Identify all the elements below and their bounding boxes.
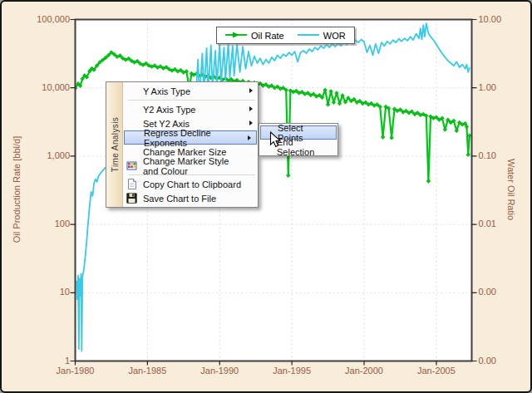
menu-item-label: Save Chart to File — [143, 194, 216, 204]
legend-item-wor: WOR — [298, 31, 346, 41]
submenu-arrow-icon — [248, 135, 251, 140]
y-axis-tick-label: 1 — [23, 356, 70, 366]
menu-item-save-chart-to-file[interactable]: Save Chart to File — [123, 191, 258, 205]
menu-item-label: Y2 Axis Type — [143, 105, 195, 115]
menu-item-label: Change Marker Style and Colour — [143, 156, 246, 176]
x-axis-tick-label: Jan-1980 — [48, 366, 103, 376]
save-icon — [126, 192, 138, 204]
submenu-item-label: End Selection — [277, 137, 326, 157]
menu-item-regress-decline-exponents[interactable]: Regress Decline Exponents — [124, 130, 257, 145]
y2-axis-tick-label: 10.00 — [479, 14, 512, 24]
y-axis-tick-label: 100,000 — [23, 14, 70, 24]
y-axis-title: Oil Production Rate [bbl/d] — [12, 136, 22, 243]
x-axis-tick-label: Jan-1995 — [264, 366, 319, 376]
menu-item-y2-axis-type[interactable]: Y2 Axis Type — [123, 102, 258, 116]
mouse-cursor-icon — [269, 131, 282, 152]
submenu-arrow-icon — [249, 88, 253, 93]
menu-item-change-marker-style-and-colour[interactable]: Change Marker Style and Colour — [123, 159, 258, 173]
x-axis-tick-label: Jan-1985 — [120, 366, 175, 376]
menu-item-copy-chart-to-clipboard[interactable]: Copy Chart to Clipboard — [123, 177, 258, 191]
menu-gutter: Time Analysis — [106, 82, 123, 207]
legend[interactable]: Oil Rate WOR — [216, 27, 355, 44]
chart-window: 100,00010,0001,00010010110.001.000.100.0… — [0, 0, 532, 393]
y2-axis-tick-label: 1.00 — [479, 82, 512, 92]
legend-label: Oil Rate — [251, 31, 284, 41]
x-axis-tick-label: Jan-2000 — [337, 366, 392, 376]
legend-item-oil-rate: Oil Rate — [225, 31, 284, 41]
y-axis-tick-label: 10 — [23, 287, 70, 297]
legend-label: WOR — [323, 31, 346, 41]
y2-axis-tick-label: 0.00 — [479, 356, 512, 366]
menu-separator — [128, 100, 255, 101]
submenu-arrow-icon — [249, 106, 253, 111]
x-axis-tick-label: Jan-2005 — [409, 366, 464, 376]
chart-plot-area[interactable] — [2, 2, 532, 393]
y-axis-tick-label: 1,000 — [23, 150, 70, 160]
y2-axis-tick-label: 0.00 — [479, 287, 512, 297]
wor-line-icon — [298, 31, 319, 41]
palette-icon — [126, 160, 138, 172]
x-axis-tick-label: Jan-1990 — [192, 366, 247, 376]
menu-gutter-label: Time Analysis — [110, 117, 119, 173]
submenu-arrow-icon — [249, 120, 253, 125]
menu-item-y-axis-type[interactable]: Y Axis Type — [123, 84, 258, 98]
menu-item-label: Copy Chart to Clipboard — [143, 179, 241, 189]
y-axis-tick-label: 100 — [23, 219, 70, 228]
menu-items: Y Axis TypeY2 Axis TypeSet Y2 AxisRegres… — [123, 82, 258, 207]
y-axis-tick-label: 10,000 — [23, 82, 70, 92]
menu-item-label: Y Axis Type — [143, 86, 190, 96]
copy-icon — [126, 178, 138, 190]
oil-rate-line-marker-icon — [225, 31, 247, 41]
y2-axis-title: Water Oil Ratio — [506, 159, 516, 220]
time-analysis-context-menu: Time Analysis Y Axis TypeY2 Axis TypeSet… — [106, 81, 259, 208]
